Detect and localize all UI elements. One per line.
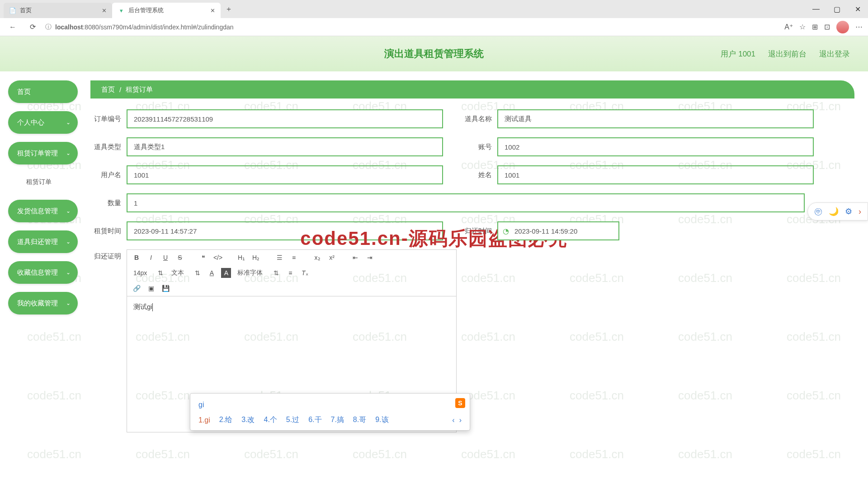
read-aloud-icon[interactable]: A⁺ bbox=[784, 23, 793, 31]
prop-type-input[interactable] bbox=[127, 137, 443, 156]
page-icon: 📄 bbox=[9, 7, 16, 14]
return-time-label: 归还时间 bbox=[461, 227, 492, 235]
ime-next-icon[interactable]: › bbox=[459, 416, 462, 424]
prop-name-input[interactable] bbox=[497, 109, 814, 128]
sup-button[interactable]: x² bbox=[327, 253, 337, 263]
strike-button[interactable]: S bbox=[175, 253, 185, 263]
ime-candidate[interactable]: 3.改 bbox=[241, 415, 255, 425]
chevron-down-icon: ⌄ bbox=[66, 300, 71, 306]
indent-button[interactable]: ⇥ bbox=[365, 253, 375, 263]
back-button[interactable]: ← bbox=[5, 20, 20, 34]
outdent-button[interactable]: ⇤ bbox=[350, 253, 360, 263]
logout-link[interactable]: 退出登录 bbox=[819, 49, 850, 59]
font-family-select[interactable]: 标准字体⇅ bbox=[236, 269, 281, 277]
ime-candidate[interactable]: 4.个 bbox=[264, 415, 277, 425]
browser-tab-0[interactable]: 📄 首页 ✕ bbox=[4, 3, 112, 18]
align-button[interactable]: ≡ bbox=[285, 268, 295, 278]
ime-candidate[interactable]: 7.搞 bbox=[331, 415, 344, 425]
username-input[interactable] bbox=[127, 165, 443, 184]
clear-format-button[interactable]: Tₓ bbox=[300, 268, 310, 278]
ime-popup: S gi 1.gi 2.给 3.改 4.个 5.过 6.干 7.搞 8.哥 9.… bbox=[190, 393, 470, 431]
profile-avatar[interactable] bbox=[836, 21, 849, 33]
header-user[interactable]: 用户 1001 bbox=[721, 49, 755, 59]
expand-icon[interactable]: › bbox=[859, 207, 861, 216]
prop-name-label: 道具名称 bbox=[461, 115, 492, 123]
realname-label: 姓名 bbox=[461, 171, 492, 179]
collections-icon[interactable]: ⊡ bbox=[824, 23, 830, 31]
return-time-input[interactable] bbox=[497, 221, 619, 240]
chevron-down-icon: ⌄ bbox=[66, 208, 71, 214]
sidebar-subitem-rental-order[interactable]: 租赁订单 bbox=[8, 173, 78, 192]
code-button[interactable]: </> bbox=[213, 253, 223, 263]
refresh-button[interactable]: ⟳ bbox=[25, 20, 40, 34]
chevron-down-icon: ⌄ bbox=[66, 269, 71, 276]
rent-time-label: 租赁时间 bbox=[90, 227, 121, 235]
more-icon[interactable]: ⋯ bbox=[855, 23, 863, 31]
browser-tab-1[interactable]: ▾ 后台管理系统 ✕ bbox=[112, 3, 221, 18]
block-type-select[interactable]: 文本⇅ bbox=[170, 269, 202, 277]
bold-button[interactable]: B bbox=[132, 253, 142, 263]
ime-candidate[interactable]: 1.gi bbox=[198, 416, 210, 424]
sidebar-item-return[interactable]: 道具归还管理⌄ bbox=[8, 230, 78, 253]
close-window-button[interactable]: ✕ bbox=[847, 0, 868, 18]
sidebar-item-rental-orders[interactable]: 租赁订单管理⌄ bbox=[8, 142, 78, 164]
breadcrumb-home[interactable]: 首页 bbox=[101, 85, 115, 94]
bg-color-button[interactable]: A bbox=[221, 268, 231, 278]
username-label: 用户名 bbox=[90, 171, 121, 179]
qty-label: 数量 bbox=[90, 199, 121, 207]
minimize-button[interactable]: ― bbox=[806, 0, 826, 18]
rent-time-input[interactable] bbox=[127, 221, 443, 240]
italic-button[interactable]: I bbox=[146, 253, 156, 263]
chevron-down-icon: ⌄ bbox=[66, 150, 71, 156]
url-display[interactable]: ⓘ localhost:8080/ssm790m4/admin/dist/ind… bbox=[45, 23, 779, 31]
sparkle-icon[interactable]: ⚙ bbox=[845, 206, 852, 216]
browser-addressbar: ← ⟳ ⓘ localhost:8080/ssm790m4/admin/dist… bbox=[0, 18, 868, 36]
to-frontend-link[interactable]: 退出到前台 bbox=[768, 49, 807, 59]
close-icon[interactable]: ✕ bbox=[210, 7, 215, 14]
tab-title: 后台管理系统 bbox=[128, 6, 164, 14]
underline-button[interactable]: U bbox=[160, 253, 170, 263]
sub-button[interactable]: x₂ bbox=[312, 253, 322, 263]
ime-candidates: 1.gi 2.给 3.改 4.个 5.过 6.干 7.搞 8.哥 9.该 ‹ › bbox=[198, 412, 462, 426]
quote-button[interactable]: ❝ bbox=[198, 253, 208, 263]
moon-icon[interactable]: 🌙 bbox=[829, 206, 839, 216]
ime-logo-icon: S bbox=[455, 398, 465, 408]
h1-button[interactable]: H₁ bbox=[236, 253, 246, 263]
new-tab-button[interactable]: ＋ bbox=[222, 3, 235, 15]
order-no-label: 订单编号 bbox=[90, 115, 121, 123]
app-header: 演出道具租赁管理系统 用户 1001 退出到前台 退出登录 bbox=[0, 36, 868, 71]
order-no-input[interactable] bbox=[127, 109, 443, 128]
qty-input[interactable] bbox=[127, 193, 805, 212]
favorites-icon[interactable]: ⊞ bbox=[812, 23, 818, 31]
account-input[interactable] bbox=[497, 137, 814, 156]
image-button[interactable]: ▣ bbox=[146, 283, 156, 293]
ime-prev-icon[interactable]: ‹ bbox=[452, 416, 454, 424]
ime-candidate[interactable]: 2.给 bbox=[219, 415, 232, 425]
save-button[interactable]: 💾 bbox=[160, 283, 170, 293]
chevron-down-icon: ⌄ bbox=[66, 119, 71, 126]
vue-icon: ▾ bbox=[118, 7, 125, 14]
sidebar-item-shipping[interactable]: 发货信息管理⌄ bbox=[8, 200, 78, 222]
realname-input[interactable] bbox=[497, 165, 814, 184]
text-color-button[interactable]: A bbox=[207, 268, 217, 278]
star-icon[interactable]: ☆ bbox=[799, 23, 806, 31]
font-size-select[interactable]: 14px⇅ bbox=[132, 269, 165, 277]
ime-candidate[interactable]: 5.过 bbox=[286, 415, 299, 425]
ul-button[interactable]: ≡ bbox=[289, 253, 299, 263]
chevron-down-icon: ⌄ bbox=[66, 239, 71, 245]
sidebar-item-profile[interactable]: 个人中心⌄ bbox=[8, 111, 78, 134]
sidebar-item-favorites[interactable]: 收藏信息管理⌄ bbox=[8, 261, 78, 284]
prop-type-label: 道具类型 bbox=[90, 143, 121, 151]
lang-icon[interactable]: ㊥ bbox=[814, 206, 822, 217]
sidebar-item-my-favorites[interactable]: 我的收藏管理⌄ bbox=[8, 292, 78, 314]
tab-title: 首页 bbox=[20, 6, 32, 14]
maximize-button[interactable]: ▢ bbox=[826, 0, 847, 18]
ime-candidate[interactable]: 9.该 bbox=[375, 415, 388, 425]
ol-button[interactable]: ☰ bbox=[274, 253, 284, 263]
sidebar-item-home[interactable]: 首页 bbox=[8, 80, 78, 103]
close-icon[interactable]: ✕ bbox=[102, 7, 107, 14]
link-button[interactable]: 🔗 bbox=[132, 283, 142, 293]
ime-candidate[interactable]: 8.哥 bbox=[353, 415, 366, 425]
ime-candidate[interactable]: 6.干 bbox=[308, 415, 321, 425]
h2-button[interactable]: H₂ bbox=[251, 253, 261, 263]
